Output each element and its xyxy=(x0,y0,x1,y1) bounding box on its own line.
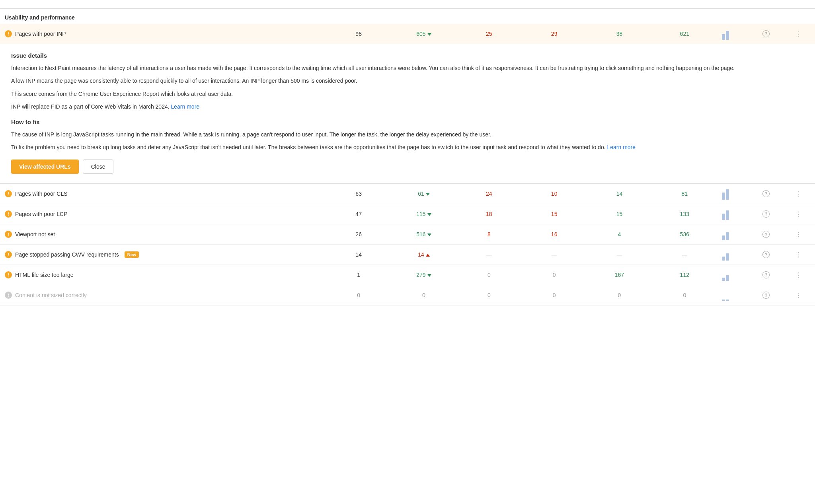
col-new xyxy=(522,0,587,8)
new-value: 29 xyxy=(522,24,587,44)
crawled-value: 0 xyxy=(326,285,391,306)
menu-cell[interactable]: ⋮ xyxy=(782,285,815,306)
dots-menu-icon[interactable]: ⋮ xyxy=(796,31,802,37)
help-icon[interactable]: ? xyxy=(762,251,770,258)
detail-actions: View affected URLs Close xyxy=(11,160,804,174)
issue-label: Page stopped passing CWV requirements xyxy=(15,251,119,258)
col-added xyxy=(456,0,522,8)
issue-label: Pages with poor LCP xyxy=(15,211,68,217)
menu-cell[interactable]: ⋮ xyxy=(782,224,815,245)
issues-table: Usability and performance ! Pages with p… xyxy=(0,0,815,306)
missing-value: 0 xyxy=(652,285,717,306)
issue-label: Pages with poor INP xyxy=(15,31,66,37)
menu-cell[interactable]: ⋮ xyxy=(782,184,815,204)
help-cell[interactable]: ? xyxy=(750,224,782,245)
issue-cell[interactable]: ! Pages with poor LCP xyxy=(0,204,326,224)
crawled-value: 63 xyxy=(326,184,391,204)
dots-menu-icon[interactable]: ⋮ xyxy=(796,292,802,299)
removed-value: 0 xyxy=(587,285,652,306)
change-cell: 61 xyxy=(391,184,456,204)
warning-icon: ! xyxy=(5,190,12,197)
help-cell[interactable]: ? xyxy=(750,204,782,224)
table-row[interactable]: ! Page stopped passing CWV requirements … xyxy=(0,245,815,265)
section-header-usability-performance: Usability and performance xyxy=(0,8,815,24)
added-value: 24 xyxy=(456,184,522,204)
menu-cell[interactable]: ⋮ xyxy=(782,204,815,224)
dots-menu-icon[interactable]: ⋮ xyxy=(796,251,802,258)
help-icon[interactable]: ? xyxy=(762,271,770,278)
warning-icon: ! xyxy=(5,271,12,278)
menu-cell[interactable]: ⋮ xyxy=(782,24,815,44)
bar-chart xyxy=(722,269,734,281)
help-cell[interactable]: ? xyxy=(750,184,782,204)
bar-chart xyxy=(722,228,734,240)
col-menu xyxy=(782,0,815,8)
table-row[interactable]: ! Pages with poor LCP 47 115 18 15 15 13… xyxy=(0,204,815,224)
removed-value: 15 xyxy=(587,204,652,224)
change-value: 605 xyxy=(416,31,425,37)
dots-menu-icon[interactable]: ⋮ xyxy=(796,272,802,278)
close-button[interactable]: Close xyxy=(83,160,114,174)
dots-menu-icon[interactable]: ⋮ xyxy=(796,211,802,218)
arrow-down-icon xyxy=(427,274,431,277)
warning-icon: ! xyxy=(5,231,12,238)
crawled-value: 47 xyxy=(326,204,391,224)
change-cell: 14 xyxy=(391,245,456,265)
issue-cell[interactable]: ! Page stopped passing CWV requirements … xyxy=(0,245,326,265)
issue-cell[interactable]: ! Pages with poor CLS xyxy=(0,184,326,204)
table-row[interactable]: ! HTML file size too large 1 279 0 0 167… xyxy=(0,265,815,285)
help-icon[interactable]: ? xyxy=(762,190,770,197)
bar-chart xyxy=(722,208,734,220)
bar-2 xyxy=(726,232,729,240)
arrow-up-icon xyxy=(426,254,430,257)
issue-cell[interactable]: ! HTML file size too large xyxy=(0,265,326,285)
help-cell[interactable]: ? xyxy=(750,285,782,306)
view-affected-urls-button[interactable]: View affected URLs xyxy=(11,160,79,174)
added-value: 0 xyxy=(456,265,522,285)
detail-body-2: A low INP means the page was consistentl… xyxy=(11,76,804,85)
table-row[interactable]: ! Pages with poor INP 98 605 25 29 38 62… xyxy=(0,24,815,44)
help-icon[interactable]: ? xyxy=(762,231,770,238)
learn-more-link-2[interactable]: Learn more xyxy=(607,144,636,150)
help-icon[interactable]: ? xyxy=(762,210,770,218)
mini-chart xyxy=(717,245,750,265)
warning-icon: ! xyxy=(5,210,12,218)
dots-menu-icon[interactable]: ⋮ xyxy=(796,191,802,197)
missing-value: 81 xyxy=(652,184,717,204)
new-value: 15 xyxy=(522,204,587,224)
new-value: 10 xyxy=(522,184,587,204)
issue-label: Content is not sized correctly xyxy=(15,292,87,298)
table-row[interactable]: ! Pages with poor CLS 63 61 24 10 14 81 … xyxy=(0,184,815,204)
menu-cell[interactable]: ⋮ xyxy=(782,245,815,265)
added-value: 0 xyxy=(456,285,522,306)
table-row[interactable]: ! Content is not sized correctly 0 0 0 0… xyxy=(0,285,815,306)
issue-cell[interactable]: ! Viewport not set xyxy=(0,224,326,245)
new-value: 0 xyxy=(522,285,587,306)
menu-cell[interactable]: ⋮ xyxy=(782,265,815,285)
issue-cell[interactable]: ! Pages with poor INP xyxy=(0,24,326,44)
col-crawled xyxy=(326,0,391,8)
help-icon[interactable]: ? xyxy=(762,292,770,299)
bar-1 xyxy=(722,278,725,281)
added-value: 18 xyxy=(456,204,522,224)
table-header-row xyxy=(0,0,815,8)
help-cell[interactable]: ? xyxy=(750,265,782,285)
added-value: 8 xyxy=(456,224,522,245)
help-cell[interactable]: ? xyxy=(750,24,782,44)
help-icon[interactable]: ? xyxy=(762,30,770,37)
mini-chart xyxy=(717,285,750,306)
table-row[interactable]: ! Viewport not set 26 516 8 16 4 536 ? xyxy=(0,224,815,245)
col-chart xyxy=(717,0,750,8)
mini-chart xyxy=(717,204,750,224)
missing-value: 621 xyxy=(652,24,717,44)
learn-more-link-1[interactable]: Learn more xyxy=(171,103,200,110)
bar-2 xyxy=(726,210,729,220)
bar-1 xyxy=(722,214,725,220)
removed-value: 14 xyxy=(587,184,652,204)
arrow-down-icon xyxy=(427,234,431,236)
dots-menu-icon[interactable]: ⋮ xyxy=(796,231,802,238)
crawled-value: 1 xyxy=(326,265,391,285)
detail-body-1: Interaction to Next Paint measures the l… xyxy=(11,64,804,72)
help-cell[interactable]: ? xyxy=(750,245,782,265)
issue-cell[interactable]: ! Content is not sized correctly xyxy=(0,285,326,306)
